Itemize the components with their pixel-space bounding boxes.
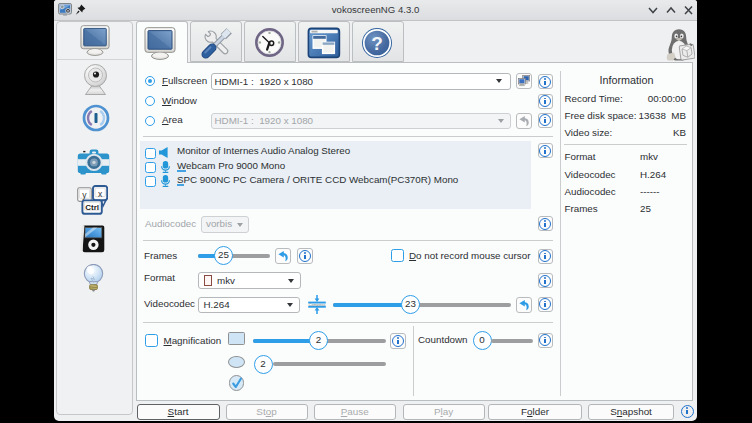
svg-text:y: y <box>82 190 87 200</box>
svg-text:Compress: Compress <box>309 303 326 307</box>
svg-text:?: ? <box>371 33 383 54</box>
svg-text:Ctrl: Ctrl <box>85 203 99 212</box>
